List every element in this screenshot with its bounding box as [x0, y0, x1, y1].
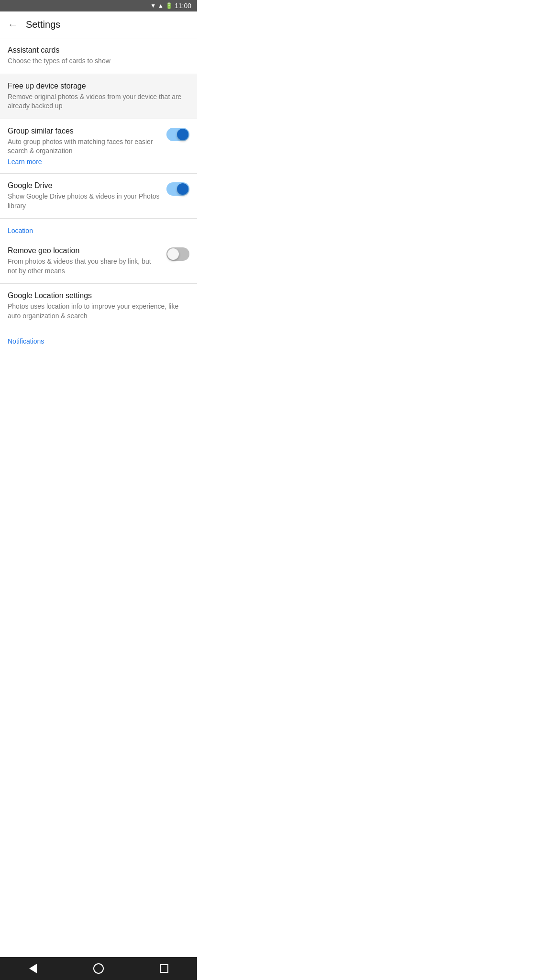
assistant-cards-subtitle: Choose the types of cards to show	[8, 56, 184, 66]
group-similar-faces-toggle[interactable]	[166, 128, 189, 141]
toolbar: ← Settings	[0, 11, 197, 38]
remove-geo-location-subtitle: From photos & videos that you share by l…	[8, 257, 161, 276]
free-up-storage-subtitle: Remove original photos & videos from you…	[8, 92, 184, 111]
location-section-header: Location	[0, 219, 197, 239]
google-location-settings-title: Google Location settings	[8, 291, 184, 300]
settings-list: Assistant cards Choose the types of card…	[0, 38, 197, 349]
settings-item-remove-geo-location[interactable]: Remove geo location From photos & videos…	[0, 239, 197, 284]
free-up-storage-title: Free up device storage	[8, 82, 184, 90]
remove-geo-location-toggle[interactable]	[166, 247, 189, 261]
page-content: Assistant cards Choose the types of card…	[0, 38, 197, 372]
assistant-cards-title: Assistant cards	[8, 46, 184, 55]
notifications-section-header: Notifications	[0, 329, 197, 349]
settings-item-free-up-storage[interactable]: Free up device storage Remove original p…	[0, 74, 197, 119]
status-bar: ▼ ▲ 🔋 11:00	[0, 0, 197, 11]
google-drive-toggle[interactable]	[166, 182, 189, 196]
google-drive-subtitle: Show Google Drive photos & videos in you…	[8, 192, 161, 211]
battery-icon: 🔋	[165, 2, 173, 9]
group-similar-faces-subtitle: Auto group photos with matching faces fo…	[8, 137, 161, 156]
google-location-settings-subtitle: Photos uses location info to improve you…	[8, 302, 184, 321]
signal-icon: ▲	[158, 2, 164, 9]
notifications-section-label: Notifications	[8, 337, 44, 345]
settings-item-group-similar-faces[interactable]: Group similar faces Auto group photos wi…	[0, 119, 197, 174]
settings-item-assistant-cards[interactable]: Assistant cards Choose the types of card…	[0, 38, 197, 74]
back-button[interactable]: ←	[8, 19, 18, 31]
wifi-icon: ▼	[150, 2, 156, 9]
location-section-label: Location	[8, 227, 33, 234]
settings-item-google-drive[interactable]: Google Drive Show Google Drive photos & …	[0, 174, 197, 219]
status-time: 11:00	[175, 2, 191, 10]
google-drive-title: Google Drive	[8, 181, 161, 190]
remove-geo-location-title: Remove geo location	[8, 246, 161, 255]
group-similar-faces-title: Group similar faces	[8, 127, 161, 135]
settings-item-google-location-settings[interactable]: Google Location settings Photos uses loc…	[0, 284, 197, 329]
status-icons: ▼ ▲ 🔋 11:00	[150, 2, 191, 10]
learn-more-link[interactable]: Learn more	[8, 158, 161, 166]
page-title: Settings	[26, 19, 60, 30]
